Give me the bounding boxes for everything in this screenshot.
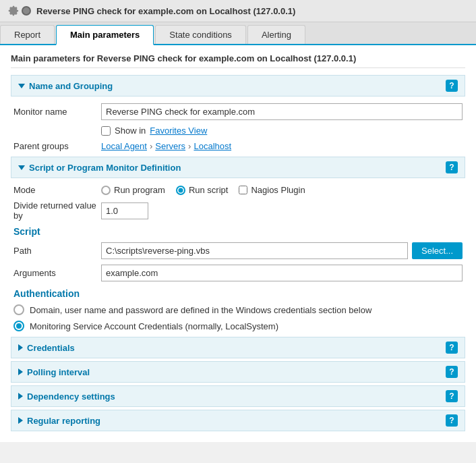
auth-service-label: Monitoring Service Account Credentials (… <box>30 321 278 331</box>
polling-interval-help-badge[interactable]: ? <box>446 366 458 378</box>
run-program-label: Run program <box>114 185 165 195</box>
monitor-name-row: Monitor name <box>11 103 465 120</box>
breadcrumb-localhost[interactable]: Localhost <box>194 141 231 151</box>
collapse-triangle-script-icon <box>18 165 25 170</box>
parent-groups-row: Parent groups Local Agent › Servers › Lo… <box>11 141 465 151</box>
mode-run-program[interactable]: Run program <box>101 185 165 195</box>
auth-option-service-account: Monitoring Service Account Credentials (… <box>11 321 465 331</box>
breadcrumb-servers[interactable]: Servers <box>155 141 185 151</box>
path-row: Path Select... <box>11 242 465 259</box>
auth-domain-radio[interactable] <box>13 304 24 315</box>
regular-reporting-section[interactable]: Regular reporting ? <box>11 410 465 431</box>
gear-icon <box>8 5 19 16</box>
script-monitor-title: Script or Program Monitor Definition <box>29 163 181 173</box>
name-grouping-title: Name and Grouping <box>29 81 113 91</box>
favorites-row: Show in Favorites View <box>11 126 465 136</box>
name-grouping-help-badge[interactable]: ? <box>446 80 458 92</box>
divide-input[interactable] <box>101 202 148 219</box>
expand-credentials-icon <box>18 344 23 351</box>
status-dot <box>22 6 31 16</box>
tab-alerting[interactable]: Alerting <box>247 25 305 44</box>
auth-subsection-label: Authentication <box>13 288 463 299</box>
tab-main-parameters[interactable]: Main parameters <box>56 25 154 45</box>
title-icons <box>8 5 31 16</box>
window-title: Reverse PING check for example.com on Lo… <box>36 6 295 16</box>
mode-nagios-plugin[interactable]: Nagios Plugin <box>239 185 305 195</box>
script-monitor-section-header[interactable]: Script or Program Monitor Definition ? <box>11 157 465 178</box>
auth-option-domain: Domain, user name and password are defin… <box>11 304 465 315</box>
monitor-name-label: Monitor name <box>13 107 101 117</box>
divide-row: Divide returned value by <box>11 200 465 221</box>
credentials-label: Credentials <box>27 343 75 353</box>
tab-bar: Report Main parameters State conditions … <box>0 22 476 45</box>
select-button[interactable]: Select... <box>412 242 463 259</box>
parent-groups-label: Parent groups <box>13 141 101 151</box>
auth-service-radio[interactable] <box>13 321 24 331</box>
breadcrumb: Local Agent › Servers › Localhost <box>101 141 231 151</box>
polling-interval-section[interactable]: Polling interval ? <box>11 361 465 383</box>
arguments-row: Arguments <box>11 265 465 281</box>
mode-run-script[interactable]: Run script <box>176 185 229 195</box>
credentials-help-badge[interactable]: ? <box>446 342 458 354</box>
favorites-view-link[interactable]: Favorites View <box>150 126 207 136</box>
divide-label: Divide returned value by <box>13 200 101 221</box>
collapse-triangle-icon <box>18 84 25 88</box>
expand-reporting-icon <box>18 417 23 424</box>
expand-dependency-icon <box>18 393 23 400</box>
run-program-radio[interactable] <box>101 186 111 195</box>
run-script-radio[interactable] <box>176 186 185 195</box>
mode-label: Mode <box>13 185 101 195</box>
expand-polling-icon <box>18 369 23 375</box>
dependency-settings-section[interactable]: Dependency settings ? <box>11 385 465 407</box>
breadcrumb-local-agent[interactable]: Local Agent <box>101 141 147 151</box>
arguments-input[interactable] <box>101 265 463 281</box>
path-input[interactable] <box>101 242 408 259</box>
page-title: Main parameters for Reverse PING check f… <box>11 53 465 68</box>
nagios-plugin-label: Nagios Plugin <box>251 185 305 195</box>
credentials-section[interactable]: Credentials ? <box>11 337 465 358</box>
script-monitor-help-badge[interactable]: ? <box>446 161 458 173</box>
tab-report[interactable]: Report <box>0 25 55 44</box>
regular-reporting-label: Regular reporting <box>27 416 100 426</box>
title-bar: Reverse PING check for example.com on Lo… <box>0 0 476 22</box>
mode-row: Mode Run program Run script Nagios Plugi… <box>11 185 465 195</box>
path-label: Path <box>13 246 101 256</box>
tab-state-conditions[interactable]: State conditions <box>155 25 246 44</box>
show-in-label: Show in <box>115 126 146 136</box>
regular-reporting-help-badge[interactable]: ? <box>446 414 458 427</box>
polling-interval-label: Polling interval <box>27 367 90 377</box>
monitor-name-input[interactable] <box>101 103 463 120</box>
main-content: Main parameters for Reverse PING check f… <box>0 45 476 442</box>
name-grouping-section-header[interactable]: Name and Grouping ? <box>11 75 465 97</box>
favorites-checkbox[interactable] <box>101 126 111 136</box>
run-script-label: Run script <box>189 185 229 195</box>
nagios-plugin-checkbox[interactable] <box>239 186 247 194</box>
script-subsection-label: Script <box>13 226 463 237</box>
dependency-settings-help-badge[interactable]: ? <box>446 390 458 402</box>
dependency-settings-label: Dependency settings <box>27 391 115 402</box>
arguments-label: Arguments <box>13 268 101 278</box>
auth-domain-label: Domain, user name and password are defin… <box>30 305 371 315</box>
